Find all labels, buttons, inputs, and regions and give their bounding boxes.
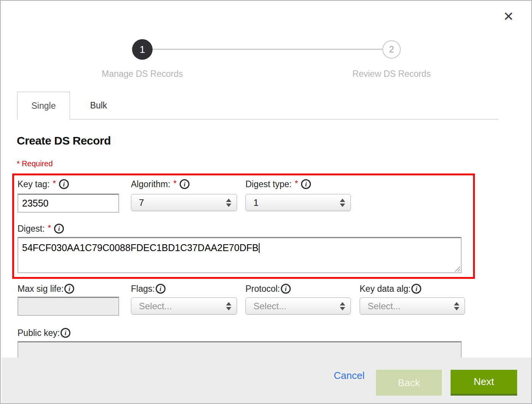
info-icon-glyph: i [285, 286, 287, 292]
cancel-button[interactable]: Cancel [334, 370, 365, 382]
public-key-label-text: Public key: [18, 328, 60, 338]
digest-textarea[interactable]: 54FCF030AA1C79C0088FDEC1BD1C37DAA2E70DFB [18, 237, 462, 273]
digest-type-label: Digest type: * i [245, 178, 311, 190]
next-button[interactable]: Next [451, 370, 517, 396]
resize-handle-icon[interactable] [454, 265, 460, 272]
algorithm-label: Algorithm: * i [131, 178, 190, 190]
select-arrows-icon [340, 302, 345, 310]
key-tag-input[interactable] [18, 194, 119, 213]
back-button[interactable]: Back [376, 370, 442, 396]
flags-label: Flags: i [131, 283, 166, 294]
step-2-label: Review DS Records [331, 69, 452, 79]
info-icon-glyph: i [58, 226, 60, 232]
step-1-label: Manage DS Records [81, 69, 203, 79]
key-tag-label: Key tag: * i [18, 178, 69, 190]
info-icon-glyph: i [305, 181, 307, 188]
info-icon-glyph: i [65, 330, 67, 336]
info-icon[interactable]: i [54, 224, 64, 234]
flags-label-text: Flags: [131, 284, 155, 294]
public-key-label: Public key: i [18, 327, 70, 339]
select-arrows-icon [454, 302, 459, 310]
protocol-select-value: Select... [253, 301, 340, 312]
step-1-circle: 1 [132, 39, 153, 60]
key-data-alg-select-value: Select... [368, 301, 454, 312]
key-data-alg-label: Key data alg: i [360, 283, 421, 294]
algorithm-select-value: 7 [139, 197, 226, 208]
page-title: Create DS Record [17, 134, 111, 147]
digest-label-text: Digest: [18, 224, 45, 234]
algorithm-select[interactable]: 7 [131, 194, 237, 211]
max-sig-life-label: Max sig life: i [18, 283, 74, 294]
algorithm-label-text: Algorithm: [131, 179, 170, 189]
digest-type-label-text: Digest type: [245, 179, 291, 189]
max-sig-life-input[interactable] [18, 297, 119, 316]
key-data-alg-label-text: Key data alg: [360, 284, 411, 294]
text-cursor [259, 243, 260, 253]
tab-bulk[interactable]: Bulk [70, 92, 127, 119]
select-arrows-icon [340, 199, 345, 207]
key-tag-label-text: Key tag: [18, 179, 49, 189]
info-icon[interactable]: i [64, 284, 74, 294]
flags-select-value: Select... [139, 301, 226, 312]
digest-label: Digest: * i [18, 223, 64, 234]
protocol-label-text: Protocol: [245, 284, 280, 294]
info-icon-glyph: i [68, 286, 70, 292]
info-icon[interactable]: i [301, 179, 311, 189]
info-icon[interactable]: i [411, 284, 421, 294]
key-data-alg-select[interactable]: Select... [360, 297, 465, 315]
step-connector-line [153, 49, 382, 50]
max-sig-life-label-text: Max sig life: [18, 284, 64, 294]
digest-type-select[interactable]: 1 [245, 194, 351, 211]
flags-select[interactable]: Select... [131, 297, 237, 315]
create-ds-record-dialog: ✕ 1 2 Manage DS Records Review DS Record… [0, 0, 532, 404]
digest-type-select-value: 1 [253, 197, 340, 208]
info-icon-glyph: i [416, 286, 417, 292]
protocol-label: Protocol: i [245, 283, 291, 294]
step-2-circle: 2 [382, 40, 401, 59]
info-icon-glyph: i [184, 181, 186, 188]
required-asterisk: * [174, 178, 177, 188]
digest-value: 54FCF030AA1C79C0088FDEC1BD1C37DAA2E70DFB [22, 242, 258, 253]
info-icon-glyph: i [63, 181, 65, 188]
tab-divider [70, 119, 499, 119]
required-asterisk: * [295, 178, 298, 188]
info-icon[interactable]: i [61, 328, 70, 338]
info-icon[interactable]: i [156, 284, 166, 294]
info-icon[interactable]: i [281, 284, 291, 294]
required-note: * Required [17, 159, 53, 168]
close-icon[interactable]: ✕ [503, 10, 514, 23]
select-arrows-icon [226, 302, 231, 310]
select-arrows-icon [226, 199, 231, 207]
info-icon[interactable]: i [180, 179, 190, 189]
dialog-footer: Cancel Back Next [2, 358, 532, 404]
protocol-select[interactable]: Select... [245, 297, 351, 315]
required-asterisk: * [53, 178, 56, 188]
required-asterisk: * [48, 223, 51, 233]
tab-single[interactable]: Single [17, 92, 70, 119]
info-icon[interactable]: i [59, 179, 69, 189]
public-key-textarea[interactable] [18, 341, 462, 358]
info-icon-glyph: i [159, 286, 161, 292]
